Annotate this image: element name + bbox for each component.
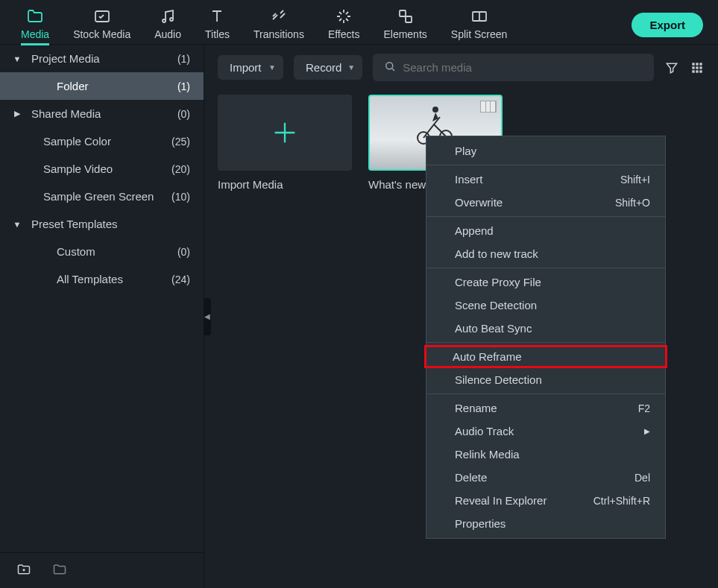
ctx-overwrite[interactable]: OverwriteShift+O bbox=[426, 191, 665, 214]
ctx-properties[interactable]: Properties bbox=[426, 512, 665, 535]
export-button[interactable]: Export bbox=[632, 13, 703, 37]
transitions-icon bbox=[270, 7, 288, 25]
svg-rect-13 bbox=[692, 70, 694, 72]
tab-split-screen[interactable]: Split Screen bbox=[439, 6, 519, 45]
content-toolbar: Import ▼ Record ▼ bbox=[218, 54, 705, 81]
import-dropdown[interactable]: Import ▼ bbox=[218, 55, 283, 80]
chevron-down-icon: ▼ bbox=[268, 63, 276, 72]
svg-rect-7 bbox=[692, 63, 694, 65]
chevron-right-icon: ▶ bbox=[644, 427, 650, 435]
chevron-down-icon: ▼ bbox=[12, 220, 22, 229]
chevron-down-icon: ▼ bbox=[12, 54, 22, 63]
sidebar-item-sample-green[interactable]: Sample Green Screen (10) bbox=[0, 183, 204, 210]
tab-media[interactable]: Media bbox=[9, 6, 61, 45]
import-thumb bbox=[218, 95, 352, 171]
tab-label: Split Screen bbox=[451, 28, 507, 40]
ctx-delete[interactable]: DeleteDel bbox=[426, 466, 665, 489]
ctx-silence[interactable]: Silence Detection bbox=[426, 368, 665, 391]
split-icon bbox=[470, 7, 488, 25]
svg-rect-8 bbox=[696, 63, 698, 65]
svg-rect-4 bbox=[406, 16, 412, 22]
sidebar-item-preset-templates[interactable]: ▼ Preset Templates bbox=[0, 210, 204, 238]
tab-titles[interactable]: Titles bbox=[193, 6, 242, 45]
ctx-play[interactable]: Play bbox=[426, 139, 665, 162]
tab-transitions[interactable]: Transitions bbox=[242, 6, 316, 45]
ctx-reveal[interactable]: Reveal In ExplorerCtrl+Shift+R bbox=[426, 489, 665, 512]
svg-rect-11 bbox=[696, 66, 698, 69]
svg-rect-3 bbox=[400, 10, 406, 16]
sidebar-item-all-templates[interactable]: All Templates (24) bbox=[0, 265, 204, 293]
new-folder-icon[interactable] bbox=[16, 562, 31, 579]
tab-elements[interactable]: Elements bbox=[371, 6, 438, 45]
ctx-scene[interactable]: Scene Detection bbox=[426, 294, 665, 317]
record-dropdown[interactable]: Record ▼ bbox=[294, 55, 362, 80]
ctx-rename[interactable]: RenameF2 bbox=[426, 396, 665, 420]
tab-label: Transitions bbox=[253, 28, 304, 40]
sidebar-item-custom[interactable]: Custom (0) bbox=[0, 238, 204, 265]
video-marker-icon bbox=[480, 101, 497, 113]
effects-icon bbox=[335, 7, 353, 25]
ctx-proxy[interactable]: Create Proxy File bbox=[426, 271, 665, 294]
tab-effects[interactable]: Effects bbox=[316, 6, 372, 45]
search-input[interactable] bbox=[403, 61, 643, 74]
tab-label: Titles bbox=[205, 28, 230, 40]
tab-audio[interactable]: Audio bbox=[142, 6, 193, 45]
sidebar-footer bbox=[0, 552, 204, 588]
svg-rect-14 bbox=[696, 70, 698, 72]
ctx-add-track[interactable]: Add to new track bbox=[426, 242, 665, 265]
sidebar-item-sample-video[interactable]: Sample Video (20) bbox=[0, 155, 204, 183]
ctx-audio-track[interactable]: Audio Track▶ bbox=[426, 420, 665, 443]
music-icon bbox=[159, 7, 177, 25]
svg-point-6 bbox=[386, 63, 393, 69]
ctx-auto-reframe[interactable]: Auto Reframe bbox=[424, 345, 667, 368]
context-menu: Play InsertShift+I OverwriteShift+O Appe… bbox=[426, 136, 666, 539]
chevron-right-icon: ▶ bbox=[12, 109, 22, 118]
sidebar-item-shared-media[interactable]: ▶ Shared Media (0) bbox=[0, 100, 204, 127]
content-panel: ◀ Import ▼ Record ▼ Import Media bbox=[204, 45, 718, 588]
svg-rect-10 bbox=[692, 66, 694, 69]
elements-icon bbox=[397, 7, 415, 25]
sidebar-item-folder[interactable]: Folder (1) bbox=[0, 72, 204, 100]
chevron-left-icon: ◀ bbox=[204, 312, 210, 320]
svg-rect-15 bbox=[699, 70, 702, 72]
ctx-append[interactable]: Append bbox=[426, 219, 665, 242]
svg-point-18 bbox=[432, 107, 438, 113]
tab-label: Media bbox=[21, 28, 49, 40]
tab-stock-media[interactable]: Stock Media bbox=[61, 6, 142, 45]
import-media-card[interactable]: Import Media bbox=[218, 95, 352, 191]
ctx-relink[interactable]: Relink Media bbox=[426, 443, 665, 466]
tab-label: Elements bbox=[383, 28, 426, 40]
text-icon bbox=[208, 7, 226, 25]
stock-icon bbox=[93, 7, 111, 25]
delete-folder-icon[interactable] bbox=[52, 562, 67, 579]
collapse-handle[interactable]: ◀ bbox=[204, 298, 211, 335]
tab-label: Audio bbox=[154, 28, 181, 40]
sidebar-item-sample-color[interactable]: Sample Color (25) bbox=[0, 127, 204, 155]
search-icon bbox=[383, 60, 397, 75]
tab-label: Effects bbox=[328, 28, 360, 40]
svg-rect-12 bbox=[699, 66, 702, 69]
svg-point-1 bbox=[163, 19, 166, 22]
ctx-insert[interactable]: InsertShift+I bbox=[426, 168, 665, 191]
search-box[interactable] bbox=[373, 54, 654, 81]
svg-rect-9 bbox=[699, 63, 702, 65]
filter-icon[interactable] bbox=[664, 60, 679, 75]
top-nav: Media Stock Media Audio Titles Transitio… bbox=[0, 0, 718, 45]
ctx-beat[interactable]: Auto Beat Sync bbox=[426, 317, 665, 340]
grid-view-icon[interactable] bbox=[690, 60, 705, 75]
svg-point-2 bbox=[170, 18, 173, 21]
tab-label: Stock Media bbox=[73, 28, 130, 40]
sidebar: ▼ Project Media (1) Folder (1) ▶ Shared … bbox=[0, 45, 204, 588]
chevron-down-icon: ▼ bbox=[347, 63, 355, 72]
sidebar-item-project-media[interactable]: ▼ Project Media (1) bbox=[0, 45, 204, 72]
plus-icon bbox=[270, 118, 300, 148]
card-caption: Import Media bbox=[218, 178, 352, 191]
folder-icon bbox=[26, 7, 44, 25]
